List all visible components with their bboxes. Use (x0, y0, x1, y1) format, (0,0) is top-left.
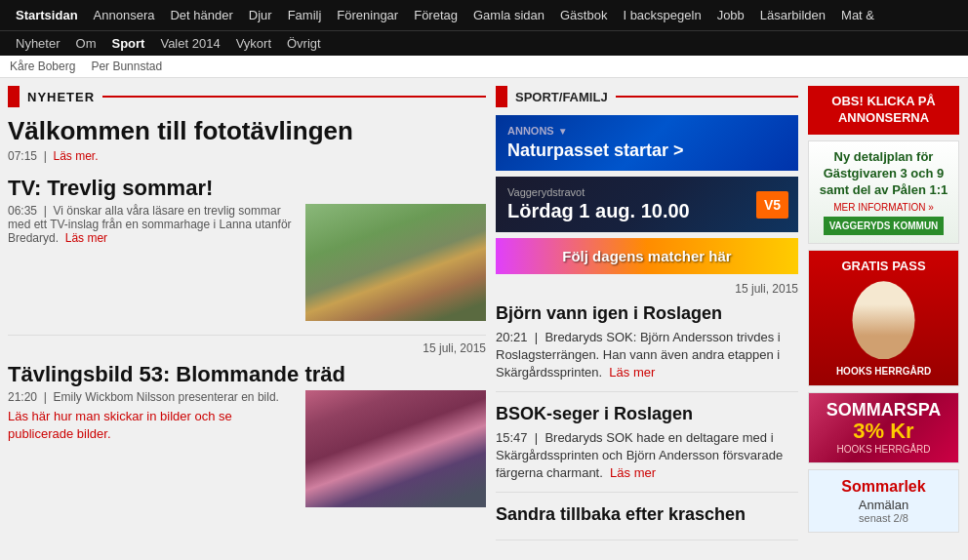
sommarspa-hooks: HOOKS HERRGÅRD (817, 444, 950, 455)
ad-vaggeryd-content: Ny detaljplan för Gästgivaren 3 och 9 sa… (809, 141, 958, 244)
hooks-brand: HOOKS HERRGÅRD (817, 365, 950, 378)
nav-valet-2014[interactable]: Valet 2014 (152, 33, 227, 54)
article-2-body: Vi önskar alla våra läsare en trevlig so… (8, 204, 292, 245)
sport-section-header: SPORT/FAMILJ (496, 86, 798, 107)
article-3-read-more-long[interactable]: Läs här hur man skickar in bilder och se… (8, 409, 232, 441)
nav-om[interactable]: Om (68, 33, 104, 54)
article-3-meta: 21:20 | Emily Wickbom Nilsson presentera… (8, 390, 296, 404)
news-date-text: 15 juli, 2015 (423, 341, 486, 355)
nav-nyheter[interactable]: Nyheter (8, 33, 68, 54)
nav-startsidan[interactable]: Startsidan (8, 4, 86, 26)
article-3-body: Emily Wickbom Nilsson presenterar en bil… (53, 390, 278, 404)
sommarlek-title: Sommarlek (817, 478, 950, 496)
author-kare[interactable]: Kåre Boberg (10, 60, 75, 73)
annons-blue-wrapper: ANNONS ▼ Naturpasset startar > (496, 115, 798, 171)
sport-article-2-body: 15:47 | Bredaryds SOK hade en deltagare … (496, 429, 798, 483)
red-bar-sport (496, 86, 507, 107)
news-article-3: Tävlingsbild 53: Blommande träd 21:20 | … (8, 363, 486, 507)
sport-article-3-title: Sandra tillbaka efter kraschen (496, 504, 798, 526)
nav-vykort[interactable]: Vykort (228, 33, 279, 54)
article-3-image (305, 390, 486, 507)
obs-banner[interactable]: OBS! KLICKA PÅ ANNONSERNA (808, 86, 959, 135)
sport-article-2-title: BSOK-seger i Roslagen (496, 404, 798, 425)
sport-1-read-more[interactable]: Läs mer (609, 365, 655, 380)
gratis-pass-content: GRATIS PASS HOOKS HERRGÅRD (809, 251, 958, 385)
news-section-header: NYHETER (8, 86, 486, 107)
ad-sommarlek[interactable]: Sommarlek Anmälan senast 2/8 (808, 469, 959, 533)
article-2-time: 06:35 (8, 204, 37, 218)
ad-vaggeryd[interactable]: Ny detaljplan för Gästgivaren 3 och 9 sa… (808, 140, 959, 245)
sport-article-2: BSOK-seger i Roslagen 15:47 | Bredaryds … (496, 404, 798, 493)
article-2-title: TV: Trevlig sommar! (8, 177, 486, 200)
ads-column: OBS! KLICKA PÅ ANNONSERNA Ny detaljplan … (808, 86, 959, 552)
sport-article-1: Björn vann igen i Roslagen 20:21 | Breda… (496, 303, 798, 392)
sommarlek-subtitle: Anmälan (817, 498, 950, 512)
sommarspa-discount: 3% Kr (817, 419, 950, 444)
article-3-body-text: Läs här hur man skickar in bilder och se… (8, 408, 296, 443)
secondary-nav: Nyheter Om Sport Valet 2014 Vykort Övrig… (0, 30, 968, 56)
sport-2-read-more[interactable]: Läs mer (610, 465, 656, 480)
annons-arrow: ▼ (558, 126, 568, 137)
sport-date-line: 15 juli, 2015 (496, 282, 798, 296)
article-3-title: Tävlingsbild 53: Blommande träd (8, 363, 486, 386)
ad-blue-text: Naturpasset startar > (507, 140, 786, 161)
primary-nav: Startsidan Annonsera Det händer Djur Fam… (0, 0, 968, 30)
ad-trot[interactable]: Vaggerydstravot Lördag 1 aug. 10.00 V5 (496, 177, 798, 232)
sport-1-time: 20:21 (496, 330, 528, 344)
sommarlek-date: senast 2/8 (817, 512, 950, 524)
vaggeryd-info-link[interactable]: MER INFORMATION » (817, 202, 950, 213)
sommarlek-content: Sommarlek Anmälan senast 2/8 (809, 470, 958, 532)
news-section-title: NYHETER (27, 90, 95, 104)
sport-article-3: Sandra tillbaka efter kraschen (496, 504, 798, 540)
news-date-line-1: 15 juli, 2015 (8, 335, 486, 355)
nav-sport[interactable]: Sport (103, 33, 152, 54)
yoga-figure (845, 281, 923, 359)
nav-annonsera[interactable]: Annonsera (86, 4, 163, 26)
v5-badge: V5 (756, 191, 788, 219)
news-article-1: Välkommen till fototävlingen 07:15 | Läs… (8, 117, 486, 163)
nav-gastbok[interactable]: Gästbok (552, 4, 615, 26)
article-2-meta: 06:35 | Vi önskar alla våra läsare en tr… (8, 204, 296, 245)
nav-ovrigt[interactable]: Övrigt (279, 33, 329, 54)
ad-banner-blue[interactable]: ANNONS ▼ Naturpasset startar > (496, 115, 798, 171)
article-3-time: 21:20 (8, 390, 37, 404)
article-2-text: 06:35 | Vi önskar alla våra läsare en tr… (8, 204, 296, 321)
sport-2-time: 15:47 (496, 430, 528, 445)
sport-column: SPORT/FAMILJ ANNONS ▼ Naturpasset starta… (496, 86, 798, 552)
ad-gratis-pass[interactable]: GRATIS PASS HOOKS HERRGÅRD (808, 250, 959, 386)
vaggeryd-title: Ny detaljplan för Gästgivaren 3 och 9 sa… (817, 149, 950, 199)
sommarspa-content: SOMMARSPA 3% Kr HOOKS HERRGÅRD (809, 393, 958, 462)
sport-section-title: SPORT/FAMILJ (515, 90, 608, 104)
sport-article-1-body: 20:21 | Bredaryds SOK: Björn Andersson t… (496, 329, 798, 382)
news-article-2: TV: Trevlig sommar! 06:35 | Vi önskar al… (8, 177, 486, 321)
article-1-meta: 07:15 | Läs mer. (8, 149, 486, 163)
nav-djur[interactable]: Djur (241, 4, 280, 26)
news-column: NYHETER Välkommen till fototävlingen 07:… (8, 86, 486, 552)
author-per[interactable]: Per Bunnstad (91, 60, 162, 73)
article-2-image (305, 204, 486, 321)
article-1-title: Välkommen till fototävlingen (8, 117, 486, 145)
vaggeryd-logo: VAGGERYDS KOMMUN (824, 217, 945, 235)
nav-familj[interactable]: Familj (280, 4, 330, 26)
annons-text: ANNONS (507, 125, 554, 137)
sommarspa-title: SOMMARSPA (817, 401, 950, 419)
nav-jobb[interactable]: Jobb (709, 4, 752, 26)
red-bar-news (8, 86, 20, 107)
article-1-time: 07:15 (8, 149, 37, 163)
sport-article-1-title: Björn vann igen i Roslagen (496, 303, 798, 325)
ad-sommarspa[interactable]: SOMMARSPA 3% Kr HOOKS HERRGÅRD (808, 392, 959, 463)
follow-matches-button[interactable]: Följ dagens matcher här (496, 238, 798, 274)
nav-gamla-sidan[interactable]: Gamla sidan (465, 4, 552, 26)
nav-lasarbilden[interactable]: Läsarbilden (752, 4, 833, 26)
nav-det-hander[interactable]: Det händer (162, 4, 240, 26)
nav-i-backspegeln[interactable]: I backspegeln (615, 4, 708, 26)
author-bar: Kåre Boberg Per Bunnstad (0, 56, 968, 78)
article-2-read-more[interactable]: Läs mer (65, 231, 107, 245)
nav-mat[interactable]: Mat & (833, 4, 882, 26)
nav-foreningar[interactable]: Föreningar (329, 4, 406, 26)
sport-header-line (616, 96, 798, 98)
article-1-read-more[interactable]: Läs mer. (53, 149, 98, 163)
annons-label: ANNONS ▼ (507, 125, 786, 137)
gratis-pass-text: GRATIS PASS (817, 259, 950, 275)
nav-foretag[interactable]: Företag (406, 4, 465, 26)
